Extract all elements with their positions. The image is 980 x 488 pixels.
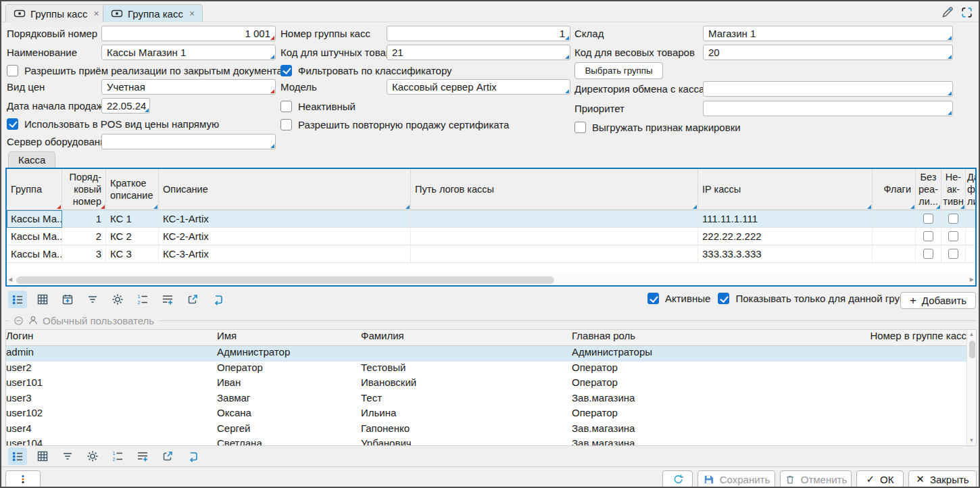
tab-cash-groups[interactable]: Группы касс × bbox=[5, 4, 107, 22]
col-last-name[interactable]: Фамилия bbox=[361, 330, 572, 346]
only-group-filter-checkbox[interactable] bbox=[718, 293, 729, 304]
reload-icon[interactable] bbox=[183, 447, 202, 465]
cell-ip[interactable]: 222.22.2.222 bbox=[698, 228, 873, 245]
checkbox-icon[interactable] bbox=[574, 122, 586, 133]
group-number-field[interactable]: 1 bbox=[387, 26, 570, 41]
cell-login[interactable]: user4 bbox=[6, 422, 217, 438]
cell-first[interactable]: Сергей bbox=[217, 422, 361, 438]
numbered-list-icon[interactable]: 12 bbox=[133, 291, 152, 308]
inactive-checkbox[interactable]: Неактивный bbox=[280, 99, 356, 113]
cell-role[interactable]: Администраторы bbox=[572, 346, 849, 362]
cell-login[interactable]: user104 bbox=[6, 437, 217, 446]
seq-number-field[interactable]: 1 001 bbox=[101, 26, 276, 41]
allow-closed-docs-checkbox[interactable]: Разрешить приём реализации по закрытым д… bbox=[7, 64, 289, 77]
col-inactive[interactable]: Не- ак- тивн bbox=[941, 169, 966, 210]
price-type-field[interactable]: Учетная bbox=[101, 79, 276, 95]
active-filter-checkbox[interactable] bbox=[647, 293, 659, 304]
cell-last[interactable] bbox=[361, 346, 572, 362]
cell-role[interactable]: Зав.магазина bbox=[572, 392, 849, 408]
cell-desc[interactable]: КС-1-Artix bbox=[159, 210, 411, 228]
no-realization-checkbox[interactable] bbox=[923, 249, 933, 259]
user-row[interactable]: admin Администратор Администраторы bbox=[6, 346, 976, 362]
calendar-add-icon[interactable] bbox=[58, 291, 77, 308]
cell-login[interactable]: user102 bbox=[6, 407, 217, 422]
col-ip[interactable]: IP кассы bbox=[698, 169, 873, 210]
cell-group[interactable]: Кассы Ма... bbox=[7, 245, 62, 263]
cell-flags[interactable] bbox=[873, 245, 916, 263]
cell-first[interactable]: Администратор bbox=[217, 346, 361, 362]
store-field[interactable]: Магазин 1 bbox=[703, 26, 953, 41]
cell-short[interactable]: КС 3 bbox=[106, 245, 159, 263]
cell-seq[interactable]: 2 bbox=[62, 228, 106, 245]
col-main-role[interactable]: Главная роль bbox=[572, 330, 849, 346]
cell-last[interactable]: Урбанович bbox=[361, 437, 572, 446]
more-actions-button[interactable] bbox=[5, 470, 41, 488]
cell-role[interactable]: Оператор bbox=[572, 407, 849, 422]
cell-role[interactable]: Оператор bbox=[572, 376, 849, 392]
cash-table-row[interactable]: Кассы Ма... 3 КС 3 КС-3-Artix 333.33.3.3… bbox=[7, 245, 975, 263]
cell-group[interactable]: Кассы Ма... bbox=[7, 210, 62, 228]
cash-table-row[interactable]: Кассы Ма... 1 КС 1 КС-1-Artix 111.11.1.1… bbox=[7, 210, 975, 228]
col-description[interactable]: Описание bbox=[159, 169, 411, 210]
inactive-checkbox[interactable] bbox=[948, 249, 958, 259]
col-first-name[interactable]: Имя bbox=[217, 330, 361, 346]
scroll-down-icon[interactable]: ▼ bbox=[969, 438, 975, 443]
tab-close-icon[interactable]: × bbox=[93, 8, 99, 19]
open-external-icon[interactable] bbox=[183, 291, 202, 308]
scrollbar-thumb[interactable] bbox=[16, 276, 554, 284]
cell-num[interactable] bbox=[849, 376, 966, 392]
grid-view-icon[interactable] bbox=[33, 447, 52, 465]
cell-logs[interactable] bbox=[411, 245, 698, 263]
cell-short[interactable]: КС 1 bbox=[106, 210, 159, 228]
col-clipped[interactable]: Да фи ли bbox=[966, 169, 975, 210]
cell-desc[interactable]: КС-3-Artix bbox=[159, 245, 411, 263]
cell-first[interactable]: Светлана bbox=[217, 437, 361, 446]
col-log-path[interactable]: Путь логов кассы bbox=[411, 169, 698, 210]
user-row[interactable]: user104 Светлана Урбанович Зав.магазина bbox=[6, 437, 976, 446]
col-short-desc[interactable]: Краткое описание bbox=[106, 169, 159, 210]
col-login[interactable]: Логин bbox=[6, 330, 217, 346]
cell-num[interactable] bbox=[849, 422, 966, 438]
cell-login[interactable]: admin bbox=[6, 346, 217, 362]
user-row[interactable]: user102 Оксана Ильина Оператор bbox=[6, 407, 976, 422]
cell-flags[interactable] bbox=[873, 210, 916, 228]
cell-num[interactable] bbox=[849, 407, 966, 422]
hw-server-field[interactable] bbox=[101, 134, 276, 149]
cash-table-row[interactable]: Кассы Ма... 2 КС 2 КС-2-Artix 222.22.2.2… bbox=[7, 228, 975, 245]
checkbox-icon[interactable] bbox=[280, 101, 292, 112]
ok-button[interactable]: ✓ ОК bbox=[856, 470, 904, 488]
cell-num[interactable] bbox=[849, 362, 966, 377]
pos-price-checkbox[interactable]: Использовать в POS вид цены напрямую bbox=[7, 117, 219, 130]
horizontal-scrollbar[interactable]: ◀ ▶ bbox=[7, 274, 975, 285]
inactive-checkbox[interactable] bbox=[948, 231, 958, 241]
scroll-up-icon[interactable]: ▲ bbox=[969, 332, 975, 337]
filter-icon[interactable] bbox=[83, 291, 102, 308]
add-row-icon[interactable] bbox=[133, 447, 152, 465]
exchange-dir-field[interactable] bbox=[703, 81, 953, 97]
cell-last[interactable]: Тестовый bbox=[361, 362, 572, 377]
col-group[interactable]: Группа bbox=[7, 169, 62, 210]
collapse-icon[interactable] bbox=[14, 316, 24, 326]
no-realization-checkbox[interactable] bbox=[923, 231, 933, 241]
tab-cash-group[interactable]: Группа касс × bbox=[103, 4, 203, 22]
weight-code-field[interactable]: 20 bbox=[703, 45, 953, 60]
checkbox-icon[interactable] bbox=[7, 65, 18, 76]
cell-first[interactable]: Иван bbox=[217, 376, 361, 392]
gear-icon[interactable] bbox=[83, 447, 102, 465]
vertical-scrollbar[interactable]: ▲ ▼ bbox=[966, 330, 976, 445]
close-button[interactable]: ✕ Закрыть bbox=[908, 470, 977, 488]
cell-role[interactable]: Зав.магазина bbox=[572, 422, 849, 438]
checkbox-checked-icon[interactable] bbox=[7, 118, 18, 130]
user-row[interactable]: user4 Сергей Гапоненко Зав.магазина bbox=[6, 422, 976, 438]
refresh-button[interactable] bbox=[662, 470, 693, 488]
tab-close-icon[interactable]: × bbox=[189, 8, 195, 19]
cell-logs[interactable] bbox=[411, 228, 698, 245]
list-view-icon[interactable] bbox=[8, 447, 27, 465]
marking-flag-checkbox[interactable]: Выгружать признак маркировки bbox=[574, 120, 741, 134]
cell-num[interactable] bbox=[849, 392, 966, 408]
cell-first[interactable]: Оператор bbox=[217, 362, 361, 377]
filter-icon[interactable] bbox=[58, 447, 77, 465]
user-row[interactable]: user3 Завмаг Тест Зав.магазина bbox=[6, 392, 976, 408]
cell-last[interactable]: Гапоненко bbox=[361, 422, 572, 438]
checkbox-icon[interactable] bbox=[280, 119, 292, 130]
